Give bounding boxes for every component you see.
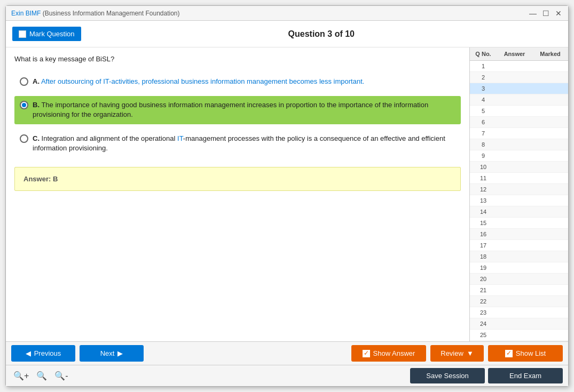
row-marked [532, 95, 568, 104]
row-answer [497, 84, 532, 93]
list-item[interactable]: 11 [470, 173, 568, 184]
option-c[interactable]: C. Integration and alignment of the oper… [14, 130, 461, 157]
row-marked [532, 185, 568, 194]
save-session-button[interactable]: Save Session [410, 368, 485, 383]
status-bar: 🔍+ 🔍 🔍- Save Session End Exam [6, 365, 568, 386]
row-marked [532, 174, 568, 182]
option-a-radio[interactable] [20, 77, 28, 86]
question-title: Question 3 of 10 [81, 29, 562, 39]
row-qno: 4 [470, 95, 497, 104]
row-answer [497, 319, 532, 328]
previous-button[interactable]: ◀ Previous [11, 345, 75, 362]
row-marked [532, 163, 568, 171]
question-panel: What is a key message of BiSL? A. After … [6, 47, 469, 341]
row-marked [532, 241, 568, 250]
list-item[interactable]: 23 [470, 307, 568, 318]
show-list-label: Show List [516, 349, 546, 357]
row-qno: 23 [470, 308, 497, 317]
next-button[interactable]: Next ▶ [80, 345, 144, 362]
list-item[interactable]: 10 [470, 162, 568, 173]
list-item[interactable]: 5 [470, 106, 568, 117]
option-a[interactable]: A. After outsourcing of IT-activities, p… [14, 73, 461, 91]
option-b-radio[interactable] [20, 101, 28, 109]
answer-text: Answer: B [23, 175, 58, 183]
row-answer [497, 107, 532, 115]
list-item[interactable]: 9 [470, 150, 568, 162]
list-item[interactable]: 4 [470, 94, 568, 106]
previous-label: Previous [34, 349, 61, 357]
list-item[interactable]: 24 [470, 318, 568, 330]
row-marked [532, 219, 568, 227]
zoom-fit-button[interactable]: 🔍 [34, 370, 49, 382]
next-label: Next [100, 349, 115, 357]
end-exam-button[interactable]: End Exam [488, 368, 563, 383]
option-b-text: B. The importance of having good busines… [33, 100, 455, 119]
row-qno: 25 [470, 331, 497, 339]
row-marked [532, 151, 568, 160]
row-answer [497, 62, 532, 70]
list-item[interactable]: 18 [470, 251, 568, 262]
list-item[interactable]: 22 [470, 296, 568, 307]
row-answer [497, 308, 532, 317]
list-item[interactable]: 3 [470, 83, 568, 94]
row-qno: 8 [470, 140, 497, 149]
list-item[interactable]: 15 [470, 218, 568, 229]
list-item[interactable]: 13 [470, 195, 568, 206]
save-session-label: Save Session [426, 372, 469, 380]
show-answer-label: Show Answer [373, 349, 415, 357]
question-list[interactable]: 1 2 3 4 5 6 7 8 [470, 61, 568, 341]
list-item[interactable]: 1 [470, 61, 568, 72]
row-answer [497, 95, 532, 104]
list-item[interactable]: 2 [470, 72, 568, 83]
title-bar: Exin BIMF (Business Information Manageme… [6, 6, 568, 21]
col-header-marked: Marked [532, 50, 568, 58]
row-answer [497, 297, 532, 306]
list-item[interactable]: 20 [470, 274, 568, 285]
row-qno: 2 [470, 73, 497, 82]
zoom-in-button[interactable]: 🔍+ [11, 370, 31, 382]
zoom-out-button[interactable]: 🔍- [52, 370, 70, 382]
row-qno: 5 [470, 107, 497, 115]
row-marked [532, 207, 568, 216]
row-answer [497, 286, 532, 294]
list-item[interactable]: 17 [470, 240, 568, 251]
row-answer [497, 129, 532, 138]
main-window: Exin BIMF (Business Information Manageme… [5, 5, 569, 387]
row-qno: 3 [470, 84, 497, 93]
mark-question-button[interactable]: Mark Question [12, 27, 81, 41]
col-header-qno: Q No. [470, 50, 497, 58]
col-header-answer: Answer [497, 50, 532, 58]
close-button[interactable]: ✕ [554, 9, 563, 18]
list-item[interactable]: 19 [470, 262, 568, 274]
list-item[interactable]: 12 [470, 184, 568, 195]
option-b[interactable]: B. The importance of having good busines… [14, 96, 461, 124]
window-title: Exin BIMF (Business Information Manageme… [11, 10, 180, 17]
row-qno: 12 [470, 185, 497, 194]
row-answer [497, 185, 532, 194]
list-item[interactable]: 16 [470, 229, 568, 240]
row-qno: 1 [470, 62, 497, 70]
list-item[interactable]: 21 [470, 285, 568, 296]
row-answer [497, 118, 532, 126]
option-c-text: C. Integration and alignment of the oper… [33, 134, 455, 153]
row-marked [532, 129, 568, 138]
review-label: Review [441, 349, 463, 357]
row-marked [532, 319, 568, 328]
list-item[interactable]: 25 [470, 330, 568, 341]
row-marked [532, 275, 568, 283]
show-list-button[interactable]: Show List [488, 345, 563, 362]
row-marked [532, 73, 568, 82]
row-answer [497, 219, 532, 227]
minimize-button[interactable]: — [529, 9, 537, 18]
side-panel: Q No. Answer Marked 1 2 3 4 5 6 [469, 47, 568, 341]
list-item[interactable]: 14 [470, 206, 568, 218]
maximize-button[interactable]: ☐ [541, 9, 550, 18]
review-button[interactable]: Review ▼ [430, 345, 484, 362]
list-item[interactable]: 8 [470, 139, 568, 150]
option-c-radio[interactable] [20, 134, 28, 143]
row-qno: 13 [470, 196, 497, 205]
list-item[interactable]: 6 [470, 117, 568, 128]
list-item[interactable]: 7 [470, 128, 568, 139]
row-answer [497, 73, 532, 82]
show-answer-button[interactable]: Show Answer [351, 345, 426, 362]
